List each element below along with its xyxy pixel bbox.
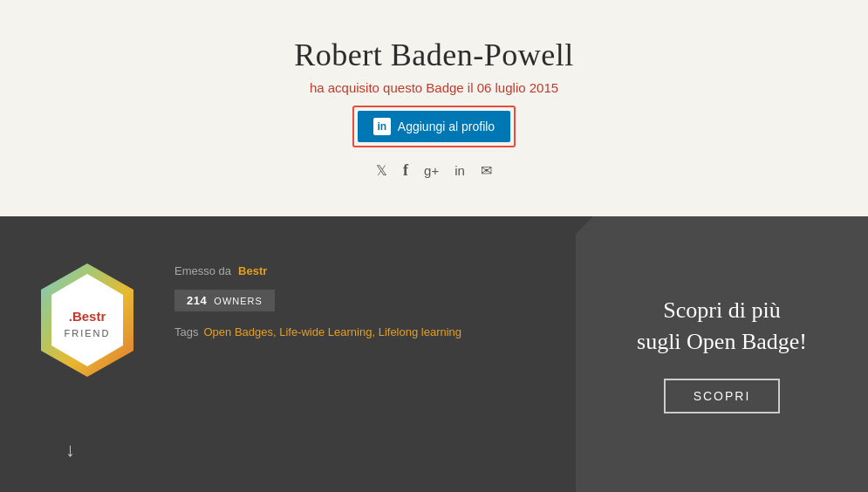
person-name: Robert Baden-Powell [294,37,573,73]
svg-text:FRIEND: FRIEND [65,328,111,338]
badge-hexagon-container: .Bestr FRIEND [35,260,148,391]
svg-text:.Bestr: .Bestr [69,309,106,324]
issuer-name: Bestr [238,264,267,277]
bottom-section: .Bestr FRIEND Emesso da Bestr 214 OWNERS… [0,216,868,492]
tags-values[interactable]: Open Badges, Life-wide Learning, Lifelon… [203,325,461,338]
linkedin-icon: in [373,118,391,135]
download-button[interactable]: ↓ [65,439,75,461]
tags-row: Tags Open Badges, Life-wide Learning, Li… [174,325,550,338]
badge-details-panel: .Bestr FRIEND Emesso da Bestr 214 OWNERS… [0,216,576,492]
discover-line2: sugli Open Badge! [637,329,807,354]
linkedin-button-label: Aggiungi al profilo [398,120,495,133]
owners-count: 214 [187,294,207,307]
issued-label: Emesso da [174,264,231,277]
promo-panel: Scopri di più sugli Open Badge! SCOPRI [576,216,868,492]
badge-hexagon: .Bestr FRIEND [35,260,140,380]
top-section: Robert Baden-Powell ha acquisito questo … [0,0,868,216]
social-share-bar: 𝕏 f g+ in ✉ [376,161,492,180]
linkedin-add-profile-button[interactable]: in Aggiungi al profilo [358,111,510,142]
googleplus-icon[interactable]: g+ [424,163,439,178]
discover-line1: Scopri di più [663,297,780,323]
linkedin-share-icon[interactable]: in [455,163,465,178]
twitter-icon[interactable]: 𝕏 [376,162,387,179]
tags-label: Tags [174,325,198,338]
badge-date: ha acquisito questo Badge il 06 luglio 2… [310,80,558,95]
facebook-icon[interactable]: f [403,161,408,180]
linkedin-button-wrapper: in Aggiungi al profilo [352,106,516,147]
badge-info-panel: Emesso da Bestr 214 OWNERS Tags Open Bad… [174,251,550,338]
owners-badge: 214 OWNERS [174,290,275,311]
discover-text: Scopri di più sugli Open Badge! [637,295,807,359]
issued-by-row: Emesso da Bestr [174,264,550,277]
owners-label: OWNERS [214,296,263,306]
email-icon[interactable]: ✉ [481,162,492,179]
scopri-button[interactable]: SCOPRI [664,379,781,413]
